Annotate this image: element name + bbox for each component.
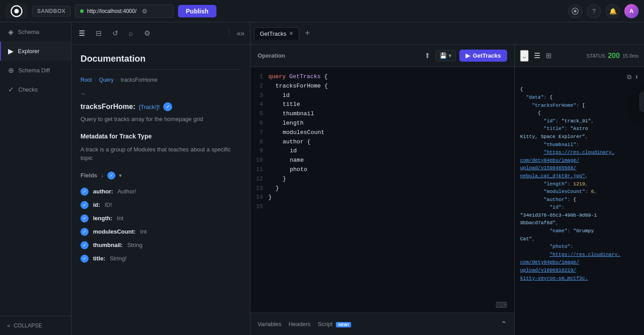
field-key-modulescount: modulesCount: xyxy=(93,228,136,235)
code-line-11: 11 photo xyxy=(250,165,514,175)
sidebar-item-schema[interactable]: ◈ Schema xyxy=(0,22,71,42)
field-item-length: ✓ length: Int xyxy=(80,212,241,225)
sidebar-item-explorer[interactable]: ▶ Explorer xyxy=(0,42,71,61)
code-line-9: 9 id xyxy=(250,147,514,156)
response-collapse-button[interactable]: ⌄ xyxy=(520,50,529,62)
download-icon[interactable]: ⬇ xyxy=(635,72,639,82)
sidebar: ◈ Schema ▶ Explorer ⊕ Schema Diff ✓ Chec… xyxy=(0,22,72,335)
headers-tab[interactable]: Headers xyxy=(288,319,310,329)
operation-label: Operation xyxy=(258,52,285,59)
save-dropdown-button[interactable]: 💾 ▾ xyxy=(436,50,456,61)
code-line-7: 7 modulesCount xyxy=(250,128,514,138)
grid-view-button[interactable]: ⊞ xyxy=(544,50,553,62)
history-icon[interactable]: ↺ xyxy=(110,27,120,39)
schema-diff-icon: ⊕ xyxy=(8,66,14,75)
save-dropdown-arrow: ▾ xyxy=(449,52,452,59)
run-button[interactable]: ▶ GetTracks xyxy=(459,50,507,62)
help-button[interactable]: ? xyxy=(587,4,601,18)
collapse-button[interactable]: « COLLAPSE xyxy=(0,316,71,335)
field-type-author: Author! xyxy=(118,188,136,195)
status-code: 200 xyxy=(608,52,620,60)
code-line-3: 3 id xyxy=(250,91,514,100)
verified-badge: ✓ xyxy=(163,102,172,111)
field-type-length: Int xyxy=(117,215,123,222)
url-text: http://localhost:4000/ xyxy=(87,8,137,14)
tab-gettracks[interactable]: GetTracks ✕ xyxy=(254,27,299,40)
sidebar-label-schema-diff: Schema Diff xyxy=(18,67,50,74)
list-view-button[interactable]: ☰ xyxy=(532,50,542,62)
back-button[interactable]: ← xyxy=(80,90,241,97)
field-check-thumbnail: ✓ xyxy=(80,241,89,249)
script-tab[interactable]: Script NEW! xyxy=(318,319,351,329)
connection-status-dot xyxy=(80,9,84,13)
settings-doc-icon[interactable]: ⚙ xyxy=(142,27,152,39)
sort-icon[interactable]: ↓ xyxy=(101,172,104,179)
keyboard-shortcut-icon[interactable]: ⌨ xyxy=(496,300,507,310)
response-json: { "data": { "tracksForHome": [ { "id": "… xyxy=(520,86,639,282)
code-line-5: 5 thumbnail xyxy=(250,109,514,119)
search-icon[interactable]: ⌕ xyxy=(127,28,135,39)
doc-content: Documentation Root › Query › tracksForHo… xyxy=(72,45,250,335)
topbar-right-icons: ? 🔔 A xyxy=(568,4,639,18)
doc-toolbar: ☰ ⊟ ↺ ⌕ ⚙ «» xyxy=(72,22,250,45)
breadcrumb-root[interactable]: Root xyxy=(80,77,92,83)
collapse-label: COLLAPSE xyxy=(14,322,42,329)
tab-label: GetTracks xyxy=(260,30,286,37)
sidebar-item-schema-diff[interactable]: ⊕ Schema Diff xyxy=(0,61,71,80)
sidebar-item-checks[interactable]: ✓ Checks xyxy=(0,80,71,99)
bottom-collapse-icon[interactable]: ⌃ xyxy=(500,319,507,329)
status-label: STATUS xyxy=(586,53,605,59)
bookmark-icon[interactable]: ⊟ xyxy=(94,27,103,39)
copy-icon[interactable]: ⧉ xyxy=(627,72,631,82)
code-line-12: 12 } xyxy=(250,175,514,184)
metadata-section: Metadata for Track Type A track is a gro… xyxy=(80,133,241,265)
field-type-id: ID! xyxy=(105,201,112,208)
response-content: ⧉ ⬇ { "data": { "tracksForHome": [ { "id… xyxy=(515,67,644,335)
code-line-2: 2 tracksForHome { xyxy=(250,82,514,91)
publish-button[interactable]: Publish xyxy=(178,5,217,17)
field-item-author: ✓ author: Author! xyxy=(80,185,241,198)
topbar: SANDBOX http://localhost:4000/ ⚙ Publish… xyxy=(0,0,644,22)
filter-dropdown-icon[interactable]: ▾ xyxy=(119,172,122,179)
fields-filter-badge[interactable]: ✓ xyxy=(107,172,115,180)
field-check-modulescount: ✓ xyxy=(80,228,89,236)
url-bar[interactable]: http://localhost:4000/ ⚙ xyxy=(75,4,174,18)
breadcrumb-query[interactable]: Query xyxy=(99,77,114,83)
tab-close-icon[interactable]: ✕ xyxy=(289,30,293,37)
explorer-icon: ▶ xyxy=(8,47,13,55)
field-item-modulescount: ✓ modulesCount: Int xyxy=(80,225,241,239)
editor-tabs: GetTracks ✕ + xyxy=(250,22,644,45)
field-name-row: tracksForHome: [Track!]! ✓ xyxy=(80,102,241,111)
field-name: tracksForHome: xyxy=(80,103,136,111)
run-icon: ▶ xyxy=(466,52,470,59)
panel-collapse-icon[interactable]: «» xyxy=(237,29,245,38)
field-item-title: ✓ title: String! xyxy=(80,252,241,265)
code-line-6: 6 length xyxy=(250,119,514,128)
back-arrow-icon: ← xyxy=(80,90,86,97)
add-tab-button[interactable]: + xyxy=(301,27,314,40)
field-check-author: ✓ xyxy=(80,188,89,196)
response-view-icons: ☰ ⊞ xyxy=(532,50,553,62)
variables-tab[interactable]: Variables xyxy=(258,319,281,329)
avatar[interactable]: A xyxy=(624,4,639,18)
sandbox-badge: SANDBOX xyxy=(32,6,71,17)
share-icon-button[interactable]: ⬆ xyxy=(423,50,432,62)
code-line-8: 8 author { xyxy=(250,138,514,147)
fields-header: Fields ↓ ✓ ▾ xyxy=(80,172,241,180)
status-area: STATUS 200 15.0ms xyxy=(586,52,639,60)
logo[interactable] xyxy=(5,4,28,19)
response-toolbar: ⌄ ☰ ⊞ STATUS 200 15.0ms xyxy=(515,45,644,67)
field-description: Query to get tracks array for the homepa… xyxy=(80,115,241,124)
field-key-id: id: xyxy=(93,201,100,208)
save-as-dropdown[interactable]: 💾 Save As xyxy=(640,92,644,112)
doc-view-icon[interactable]: ☰ xyxy=(77,27,87,39)
notifications-button[interactable]: 🔔 xyxy=(606,4,620,18)
url-settings-button[interactable]: ⚙ xyxy=(140,7,149,16)
svg-point-3 xyxy=(574,10,576,13)
apollo-icon-button[interactable] xyxy=(568,4,582,18)
schema-icon: ◈ xyxy=(8,28,13,36)
toolbar-separator xyxy=(229,29,229,38)
metadata-title: Metadata for Track Type xyxy=(80,133,241,140)
sidebar-label-checks: Checks xyxy=(18,86,38,93)
code-editor[interactable]: 1 query GetTracks { 2 tracksForHome { 3 … xyxy=(250,67,514,313)
